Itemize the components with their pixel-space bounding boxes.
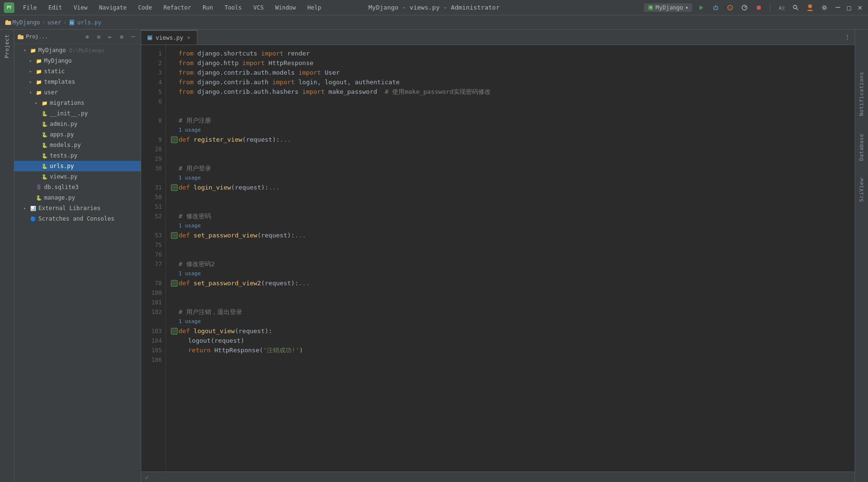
tree-item-apps[interactable]: ▸ 🐍 apps.py: [14, 129, 141, 140]
tree-item-root[interactable]: ▾ 📁 MyDjango D:\MyDjango: [14, 45, 141, 56]
project-tab-label: MyDjango: [5, 19, 40, 26]
tree-item-admin[interactable]: ▸ 🐍 admin.py: [14, 119, 141, 129]
code-line-1: from django.shortcuts import render: [171, 49, 855, 58]
tree-item-manage[interactable]: ▸ 🐍 manage.py: [14, 192, 141, 203]
tree-item-urls[interactable]: ▸ 🐍 urls.py: [14, 161, 141, 171]
tab-more-button[interactable]: ⋮: [840, 30, 855, 45]
tree-item-templates[interactable]: ▸ 📁 templates: [14, 77, 141, 87]
coverage-button[interactable]: %: [725, 2, 735, 13]
project-panel: Proj... ⊕ ≡ ⇤ ⚙ ─ ▾ 📁 MyDjango D:\MyDjan…: [14, 30, 141, 482]
tab-close-views[interactable]: ✕: [186, 34, 192, 41]
menu-refactor[interactable]: Refactor: [160, 3, 194, 12]
tree-label-root: MyDjango: [38, 47, 66, 54]
tree-item-mydjango[interactable]: ▸ 📁 MyDjango: [14, 56, 141, 66]
tree-item-init[interactable]: ▸ 🐍 __init__.py: [14, 108, 141, 119]
fold-btn-103[interactable]: -: [171, 328, 178, 335]
tree-label-apps: apps.py: [50, 131, 74, 138]
maximize-button[interactable]: □: [845, 4, 853, 11]
tree-arrow-static: ▸: [28, 68, 34, 74]
menu-view[interactable]: View: [71, 3, 90, 12]
fold-indicator-u2: [171, 175, 178, 181]
tree-item-tests[interactable]: ▸ 🐍 tests.py: [14, 150, 141, 161]
breadcrumb-file[interactable]: urls.py: [77, 19, 101, 26]
code-line-7: [171, 106, 855, 116]
right-tab-database[interactable]: Database: [856, 130, 868, 165]
menu-vcs[interactable]: VCS: [250, 3, 267, 12]
tree-item-views[interactable]: ▸ 🐍 views.py: [14, 171, 141, 182]
fold-indicator-102: [171, 309, 178, 315]
project-panel-tab[interactable]: Project: [2, 32, 12, 61]
menu-help[interactable]: Help: [304, 3, 324, 12]
project-expand-all-btn[interactable]: ≡: [94, 32, 103, 42]
run-config-dropdown[interactable]: M MyDjango ▾: [644, 3, 692, 12]
tree-label-views: views.py: [50, 173, 78, 180]
run-button[interactable]: [696, 2, 707, 13]
code-line-30: # 用户登录: [171, 164, 855, 173]
titlebar-title: MyDjango - views.py - Administrator: [369, 4, 500, 11]
debug-button[interactable]: [710, 2, 721, 13]
fold-indicator-5: [171, 89, 178, 95]
code-content[interactable]: from django.shortcuts import render from…: [166, 45, 855, 471]
right-tab-sciview[interactable]: SciView: [856, 174, 868, 206]
titlebar-right: M MyDjango ▾ % A文: [644, 2, 864, 13]
tree-item-static[interactable]: ▸ 📁 static: [14, 66, 141, 77]
app-logo: PY: [4, 2, 14, 13]
fold-btn-31[interactable]: -: [171, 184, 178, 191]
folder-icon-migrations: 📁: [41, 99, 48, 107]
search-button[interactable]: [790, 2, 801, 13]
tree-item-scratches[interactable]: ▸ 🔵 Scratches and Consoles: [14, 213, 141, 224]
tree-item-models[interactable]: ▸ 🐍 models.py: [14, 140, 141, 150]
py-icon-manage: 🐍: [35, 194, 43, 202]
project-locate-btn[interactable]: ⊕: [82, 32, 92, 42]
project-minimize-btn[interactable]: ─: [128, 32, 138, 42]
fold-indicator-4: [171, 79, 178, 86]
code-line-184: logout(request): [171, 336, 855, 346]
tree-item-db[interactable]: ▸ 🗄 db.sqlite3: [14, 182, 141, 192]
tab-views-py[interactable]: py views.py ✕: [141, 30, 197, 45]
settings-gear[interactable]: [819, 2, 830, 13]
code-line-78: - def set_password_view2(request):...: [171, 279, 855, 288]
code-line-29: [171, 154, 855, 164]
code-line-usage2: 1 usage: [171, 173, 855, 183]
svg-rect-11: [757, 6, 761, 10]
project-collapse-btn[interactable]: ⇤: [105, 32, 115, 42]
stop-button[interactable]: [754, 2, 764, 13]
menu-tools[interactable]: Tools: [222, 3, 245, 12]
user-avatar[interactable]: [805, 2, 815, 13]
folder-icon-header: [17, 34, 24, 40]
menu-file[interactable]: File: [20, 3, 40, 12]
menu-navigate[interactable]: Navigate: [96, 3, 130, 12]
profile-button[interactable]: [739, 2, 750, 13]
svg-line-10: [744, 6, 746, 8]
menu-run[interactable]: Run: [200, 3, 216, 12]
tree-item-migrations[interactable]: ▸ 📁 migrations: [14, 98, 141, 108]
project-settings-btn[interactable]: ⚙: [117, 32, 126, 42]
svg-text:py: py: [70, 21, 74, 24]
fold-btn-9[interactable]: -: [171, 136, 178, 143]
tree-item-user[interactable]: ▾ 📁 user: [14, 87, 141, 98]
menu-edit[interactable]: Edit: [45, 3, 65, 12]
menu-window[interactable]: Window: [272, 3, 299, 12]
fold-btn-78[interactable]: -: [171, 280, 178, 287]
breadcrumb-folder[interactable]: user: [47, 19, 61, 26]
titlebar-left: PY File Edit View Navigate Code Refactor…: [4, 2, 324, 13]
right-tab-notifications[interactable]: Notifications: [856, 68, 868, 120]
code-line-51: [171, 202, 855, 212]
menu-code[interactable]: Code: [135, 3, 155, 12]
tree-arrow-migrations: ▸: [34, 100, 39, 106]
folder-icon-breadcrumb: [5, 19, 11, 26]
close-button[interactable]: ✕: [856, 3, 864, 12]
tree-label-mydjango: MyDjango: [44, 57, 72, 64]
code-line-75: [171, 240, 855, 250]
translate-button[interactable]: A文: [776, 2, 787, 13]
code-line-50: [171, 192, 855, 202]
tree-item-external-libs[interactable]: ▸ 📊 External Libraries: [14, 203, 141, 213]
svg-text:py: py: [148, 36, 151, 40]
breadcrumb-project[interactable]: MyDjango: [12, 19, 40, 26]
code-line-53: - def set_password_view(request):...: [171, 231, 855, 240]
fold-btn-53[interactable]: -: [171, 232, 178, 239]
tree-arrow-mydjango: ▸: [28, 58, 34, 64]
minimize-button[interactable]: ─: [834, 3, 842, 12]
code-editor[interactable]: 1 2 3 4 5 6 8 9 28 29 30 31 50 51 52 53: [141, 45, 855, 471]
py-icon-tests: 🐍: [41, 152, 48, 159]
